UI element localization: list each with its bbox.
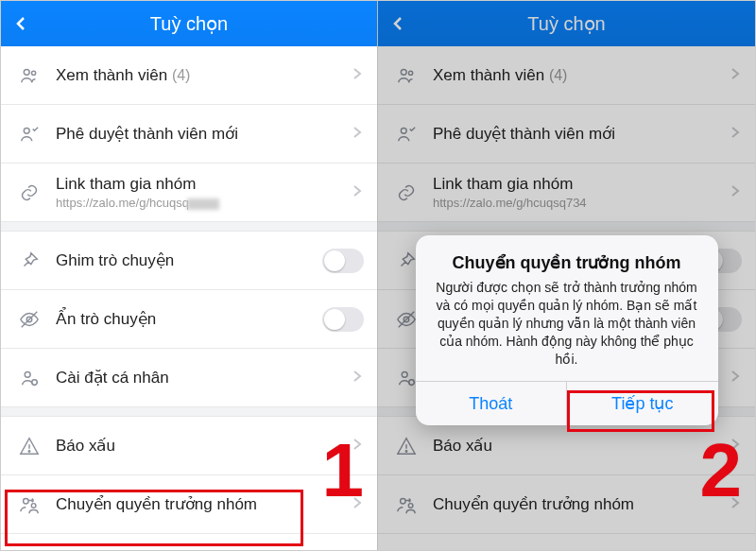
row-report[interactable]: Báo xấu [1,417,377,475]
blurred-text [187,198,219,210]
row-label: Ghim trò chuyện [56,250,322,270]
confirm-button[interactable]: Tiếp tục [566,382,718,425]
link-icon [16,182,43,203]
members-icon [16,65,43,86]
chevron-right-icon [352,370,364,387]
row-approve[interactable]: Phê duyệt thành viên mới [1,105,377,164]
row-pin[interactable]: Ghim trò chuyện [1,232,377,290]
chevron-right-icon [352,126,364,143]
transfer-owner-icon [16,494,43,515]
header: Tuỳ chọn [1,1,377,46]
header-title: Tuỳ chọn [378,12,755,35]
header-title: Tuỳ chọn [1,12,377,35]
svg-point-5 [25,371,30,377]
warning-icon [16,436,43,456]
row-hide[interactable]: Ẩn trò chuyện [1,290,377,349]
row-transfer[interactable]: Chuyển quyền trưởng nhóm [1,475,377,534]
chevron-right-icon [730,67,742,84]
svg-point-0 [24,69,29,75]
row-transfer[interactable]: Chuyển quyền trưởng nhóm [378,475,755,534]
svg-point-13 [401,128,406,133]
svg-point-11 [401,69,406,75]
row-members[interactable]: Xem thành viên (4) [378,46,755,105]
pin-icon [16,250,43,271]
svg-point-9 [24,498,28,504]
row-link[interactable]: Link tham gia nhóm https://zalo.me/g/hcu… [1,164,377,222]
header: Tuỳ chọn [378,1,755,46]
row-approve[interactable]: Phê duyệt thành viên mới [378,105,755,164]
confirm-dialog: Chuyển quyền trưởng nhóm Người được chọn… [416,235,718,425]
chevron-right-icon [730,184,742,201]
row-label: Cài đặt cá nhân [56,368,352,387]
dialog-title: Chuyển quyền trưởng nhóm [431,252,703,273]
svg-point-21 [408,503,413,508]
row-label: Link tham gia nhóm [433,175,730,194]
row-label: Báo xấu [433,436,730,456]
dialog-message: Người được chọn sẽ trở thành trưởng nhóm… [431,279,703,368]
chevron-right-icon [730,370,742,387]
row-label: Xem thành viên [433,66,544,84]
row-label: Link tham gia nhóm [56,175,352,194]
hide-icon [16,309,43,330]
panel-right: Tuỳ chọn Xem thành viên (4) Phê duyệt th… [378,1,755,550]
chevron-right-icon [352,496,364,513]
row-link[interactable]: Link tham gia nhóm https://zalo.me/g/hcu… [378,164,755,222]
settings-list: Xem thành viên (4) Phê duyệt thành viên … [1,46,377,550]
back-icon[interactable] [10,13,31,34]
svg-point-20 [401,498,406,504]
personal-icon [16,368,43,388]
approve-icon [16,124,43,145]
row-label: Phê duyệt thành viên mới [433,124,730,144]
warning-icon [393,436,420,456]
section-divider [378,222,755,232]
panel-left: Tuỳ chọn Xem thành viên (4) Phê duyệt th… [1,1,378,550]
row-members[interactable]: Xem thành viên (4) [1,46,377,105]
step-number: 2 [700,433,743,508]
row-label: Chuyển quyền trưởng nhóm [56,494,352,514]
svg-point-10 [31,503,36,508]
row-label: Phê duyệt thành viên mới [56,124,352,144]
chevron-right-icon [730,438,742,455]
pin-toggle[interactable] [322,249,364,273]
row-label: Xem thành viên [56,66,167,84]
row-label: Ẩn trò chuyện [56,309,322,329]
row-report[interactable]: Báo xấu [378,417,755,475]
section-divider [1,222,377,232]
cancel-button[interactable]: Thoát [416,382,567,425]
member-count: (4) [549,67,568,83]
svg-point-19 [405,450,406,451]
members-icon [393,65,420,86]
svg-point-17 [409,379,415,385]
chevron-right-icon [730,126,742,143]
chevron-right-icon [352,184,364,201]
back-icon[interactable] [387,13,408,34]
svg-point-6 [32,379,38,385]
svg-point-8 [28,450,29,451]
svg-point-12 [408,71,412,75]
hide-toggle[interactable] [322,307,364,332]
chevron-right-icon [352,438,364,455]
approve-icon [393,124,420,145]
row-label: Chuyển quyền trưởng nhóm [433,494,730,514]
transfer-owner-icon [393,494,420,515]
row-personal[interactable]: Cài đặt cá nhân [1,349,377,407]
svg-point-2 [24,128,29,133]
link-icon [393,182,420,203]
row-label: Báo xấu [56,436,352,456]
chevron-right-icon [352,67,364,84]
svg-line-15 [399,311,415,327]
row-sublabel: https://zalo.me/g/hcuqsq734 [433,196,730,210]
member-count: (4) [172,67,191,83]
svg-point-14 [404,317,409,322]
svg-point-1 [31,71,35,75]
section-divider [1,407,377,417]
row-sublabel: https://zalo.me/g/hcuqsq [56,196,352,210]
chevron-right-icon [730,496,742,513]
svg-point-16 [402,371,407,377]
